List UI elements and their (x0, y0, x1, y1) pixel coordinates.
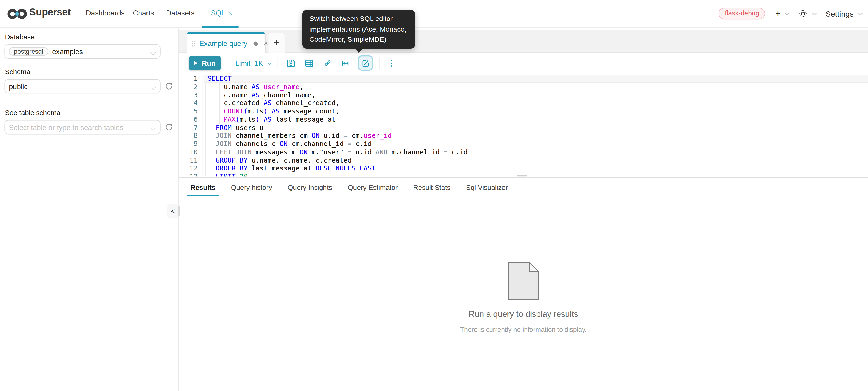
tab-query-history[interactable]: Query history (227, 179, 276, 195)
sql-token: , (300, 83, 304, 91)
sql-token: m.channel_id (388, 148, 443, 156)
estimate-cost-button[interactable] (341, 58, 351, 68)
chevron-down-icon (267, 60, 273, 65)
close-icon[interactable]: ✕ (264, 40, 269, 47)
sql-token (208, 116, 224, 123)
sidebar-collapse-button[interactable]: < (167, 204, 178, 218)
sql-line[interactable]: LEFT JOIN messages m ON m."user" = u.id … (204, 148, 868, 156)
sql-line[interactable]: MAX(m.ts) AS last_message_at (204, 116, 868, 124)
chevron-down-icon (150, 84, 156, 90)
line-number: 5 (179, 107, 203, 116)
render-table-button[interactable] (304, 58, 314, 68)
table-select[interactable]: Select table or type to search tables (4, 120, 160, 134)
save-query-button[interactable] (286, 58, 296, 68)
refresh-schemas-button[interactable] (164, 82, 173, 91)
sql-token: = (347, 148, 352, 156)
sql-token: ) (264, 107, 268, 115)
table-icon (304, 58, 314, 68)
line-number: 7 (179, 124, 203, 132)
sql-token: c.id (352, 140, 372, 148)
copy-link-button[interactable] (322, 58, 332, 68)
sql-token: channel_created, (272, 99, 340, 107)
sql-token: DESC NULLS LAST (315, 164, 376, 172)
sql-line[interactable]: COUNT(m.ts) AS message_count, (204, 107, 868, 116)
run-query-button[interactable]: Run (189, 56, 221, 70)
sql-line[interactable]: LIMIT 20 (204, 172, 868, 176)
new-tab-button[interactable]: + (268, 33, 285, 53)
sql-token: COUNT (224, 107, 244, 115)
sql-token: = (344, 132, 348, 139)
nav-item-datasets[interactable]: Datasets (166, 9, 194, 17)
tab-query-insights[interactable]: Query Insights (284, 179, 336, 195)
sql-token: SELECT (208, 75, 232, 83)
sql-token: u.id (319, 132, 344, 139)
sidebar-resize-handle[interactable] (178, 206, 180, 216)
editor-switch-tooltip: Switch between SQL editor implementation… (302, 10, 415, 48)
sql-token: last_message_at (247, 164, 315, 172)
sql-token: LIMIT (216, 172, 236, 176)
environment-badge: flask-debug (719, 8, 766, 19)
sql-token: last_message_at (272, 116, 336, 123)
sql-line[interactable]: SELECT (204, 75, 868, 83)
toolbar-divider (379, 57, 380, 69)
schema-select[interactable]: public (4, 79, 160, 93)
sql-token: m."user" (308, 148, 347, 156)
sql-token: AS (252, 91, 259, 99)
new-item-menu[interactable]: + (775, 9, 788, 18)
editor-tab-bar: Example query ✕ + (179, 30, 868, 53)
navbar-right: flask-debug + Settings (719, 0, 861, 27)
superset-logo[interactable] (7, 7, 27, 21)
sql-token: AS (264, 99, 272, 107)
line-number: 10 (179, 148, 203, 156)
theme-toggle[interactable] (798, 9, 815, 18)
nav-item-dashboards[interactable]: Dashboards (86, 9, 125, 17)
pane-splitter[interactable] (179, 177, 868, 178)
sql-editor[interactable]: 12345678910111213 SELECT u.name AS user_… (179, 74, 868, 176)
table-schema-label: See table schema (5, 109, 174, 117)
limit-label: Limit (235, 59, 250, 67)
sql-line[interactable]: c.created AS channel_created, (204, 99, 868, 107)
sql-token: = (443, 148, 448, 156)
sql-code[interactable]: SELECT u.name AS user_name, c.name AS ch… (204, 75, 868, 176)
refresh-tables-button[interactable] (164, 123, 173, 132)
tooltip-line: CodeMirror, SimpleMDE) (309, 34, 408, 44)
chevron-down-icon (150, 125, 156, 131)
settings-menu[interactable]: Settings (826, 9, 861, 18)
sql-token: FROM (216, 124, 231, 131)
sql-token: AS (252, 83, 259, 91)
sql-line[interactable]: FROM users u (204, 124, 868, 132)
drag-handle-icon[interactable] (192, 41, 195, 46)
indent-guide (219, 83, 220, 124)
switch-editor-button[interactable] (358, 55, 373, 71)
tab-query-estimator[interactable]: Query Estimator (344, 179, 402, 195)
sql-line[interactable]: u.name AS user_name, (204, 83, 868, 91)
empty-state-title: Run a query to display results (469, 309, 578, 318)
nav-item-charts[interactable]: Charts (133, 9, 154, 17)
tab-result-stats[interactable]: Result Stats (409, 179, 454, 195)
more-options-button[interactable]: ⋮ (387, 58, 396, 68)
database-select[interactable]: postgresql examples (4, 44, 160, 59)
sql-line[interactable]: ORDER BY last_message_at DESC NULLS LAST (204, 164, 868, 172)
play-icon (194, 61, 198, 65)
sql-token (208, 140, 216, 148)
nav-item-sql[interactable]: SQL (211, 9, 232, 17)
sql-token: ON (280, 140, 287, 148)
sql-token (259, 116, 264, 123)
row-limit-dropdown[interactable]: Limit 1K (235, 59, 271, 67)
brand-title[interactable]: Superset (29, 7, 71, 18)
toolbar-divider (277, 57, 278, 69)
tab-results[interactable]: Results (187, 179, 219, 195)
sql-token: u.name, c.name, c.created (247, 156, 351, 164)
plus-icon: + (775, 9, 781, 18)
tab-example-query[interactable]: Example query ✕ (187, 32, 266, 53)
sql-lab-app: Superset Dashboards Charts Datasets SQL … (0, 0, 868, 391)
sql-line[interactable]: JOIN channels c ON cm.channel_id = c.id (204, 140, 868, 148)
sql-token: ( (236, 116, 240, 123)
sql-line[interactable]: GROUP BY u.name, c.name, c.created (204, 156, 868, 165)
sql-line[interactable]: c.name AS channel_name, (204, 91, 868, 99)
splitter-grip[interactable] (517, 175, 527, 176)
tab-sql-visualizer[interactable]: Sql Visualizer (462, 179, 512, 195)
tooltip-arrow (354, 48, 363, 52)
sql-line[interactable]: JOIN channel_members cm ON u.id = cm.use… (204, 132, 868, 140)
schema-label: Schema (5, 68, 174, 76)
